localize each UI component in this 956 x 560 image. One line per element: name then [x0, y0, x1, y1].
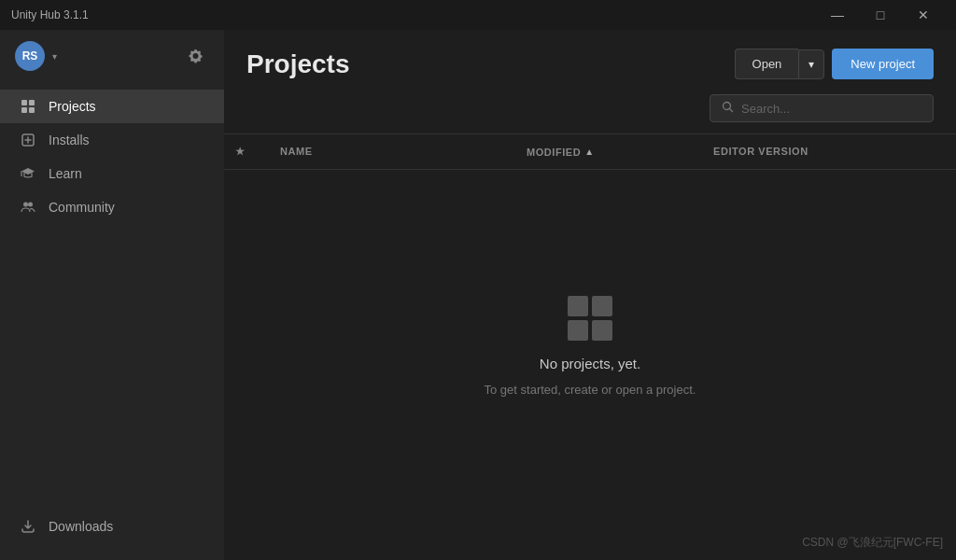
svg-rect-0 [21, 100, 27, 105]
empty-state: No projects, yet. To get started, create… [224, 170, 956, 560]
avatar-chevron-icon: ▾ [52, 51, 57, 62]
minimize-button[interactable]: — [816, 0, 859, 30]
projects-icon [19, 99, 37, 114]
sidebar-item-installs-label: Installs [49, 133, 90, 147]
search-area [224, 94, 956, 133]
th-name[interactable]: NAME [269, 142, 515, 161]
th-star: ★ [224, 142, 269, 161]
settings-button[interactable] [183, 43, 209, 69]
open-dropdown-button[interactable]: ▾ [798, 49, 824, 79]
user-avatar-area[interactable]: RS ▾ [15, 41, 57, 71]
community-icon [19, 200, 37, 215]
app-title: Unity Hub 3.1.1 [11, 8, 89, 21]
sidebar-item-projects[interactable]: Projects [0, 90, 224, 123]
new-project-button[interactable]: New project [832, 49, 934, 79]
empty-projects-icon [568, 296, 612, 341]
star-icon: ★ [235, 146, 246, 157]
svg-point-5 [23, 203, 28, 207]
close-button[interactable]: ✕ [902, 0, 945, 30]
page-title: Projects [246, 49, 350, 79]
installs-icon [19, 133, 37, 147]
downloads-icon [19, 519, 37, 534]
watermark: CSDN @飞浪纪元[FWC-FE] [802, 535, 943, 551]
sort-asc-icon: ▲ [584, 147, 594, 157]
sidebar-item-community-label: Community [49, 200, 115, 215]
sidebar-item-learn-label: Learn [49, 166, 82, 181]
main-layout: RS ▾ Pro [0, 30, 956, 560]
svg-rect-1 [29, 100, 35, 105]
maximize-button[interactable]: □ [859, 0, 902, 30]
svg-point-6 [28, 203, 33, 207]
empty-state-title: No projects, yet. [540, 356, 640, 371]
sidebar-item-installs[interactable]: Installs [0, 123, 224, 157]
sidebar-item-learn[interactable]: Learn [0, 157, 224, 190]
content-header: Projects Open ▾ New project [224, 30, 956, 94]
table-header: ★ NAME MODIFIED ▲ EDITOR VERSION [224, 133, 956, 170]
avatar: RS [15, 41, 45, 71]
search-box [710, 94, 934, 122]
gear-icon [189, 49, 204, 63]
sidebar: RS ▾ Pro [0, 30, 224, 560]
sidebar-header: RS ▾ [0, 30, 224, 82]
th-editor-version: EDITOR VERSION [702, 142, 926, 161]
titlebar: Unity Hub 3.1.1 — □ ✕ [0, 0, 956, 30]
header-actions: Open ▾ New project [735, 49, 934, 79]
sidebar-item-downloads[interactable]: Downloads [0, 508, 224, 545]
search-input[interactable] [741, 102, 921, 116]
content-area: Projects Open ▾ New project ★ [224, 30, 956, 560]
open-button[interactable]: Open [735, 49, 799, 79]
sidebar-item-downloads-label: Downloads [49, 519, 113, 534]
sidebar-navigation: Projects Installs [0, 82, 224, 508]
search-icon [722, 101, 734, 116]
window-controls: — □ ✕ [816, 0, 945, 30]
sidebar-bottom: Downloads [0, 508, 224, 560]
th-modified[interactable]: MODIFIED ▲ [515, 142, 702, 161]
svg-rect-3 [29, 107, 35, 113]
sidebar-item-community[interactable]: Community [0, 190, 224, 224]
sidebar-item-projects-label: Projects [49, 99, 96, 114]
empty-state-subtitle: To get started, create or open a project… [485, 383, 696, 397]
learn-icon [19, 166, 37, 181]
svg-rect-2 [21, 107, 27, 113]
